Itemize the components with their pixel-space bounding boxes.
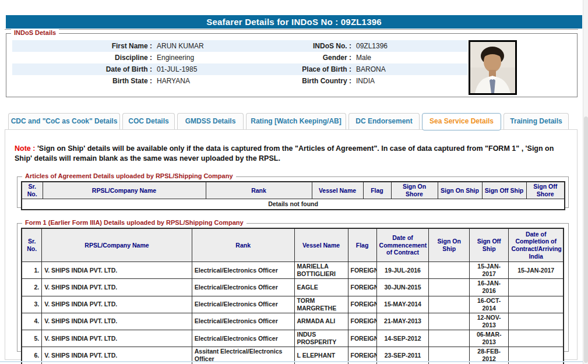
detail-row: Date of Birth : 01-JUL-1985 Place of Bir… bbox=[12, 63, 468, 75]
cell-sign-on-ship bbox=[429, 262, 469, 279]
cell-sr-no: 1. bbox=[22, 262, 42, 279]
note-prefix: Note : bbox=[15, 144, 35, 153]
cell-commencement: 15-MAY-2014 bbox=[376, 296, 429, 313]
cell-sign-off-ship: 12-NOV-2013 bbox=[469, 313, 508, 330]
articles-header-cell: Sign Off Ship bbox=[482, 182, 526, 199]
cell-completion bbox=[509, 279, 564, 296]
form1-header-cell: Rank bbox=[192, 228, 294, 262]
cell-commencement: 30-JUN-2015 bbox=[376, 279, 429, 296]
cell-sign-off-ship: 15-JAN-2017 bbox=[469, 262, 508, 279]
cell-sr-no: 3. bbox=[22, 296, 42, 313]
indos-no-label: INDoS No. : bbox=[253, 42, 351, 50]
cell-flag: FOREIGN bbox=[348, 279, 376, 296]
sign-on-ship-note: Note : 'Sign on Ship' details will be av… bbox=[15, 144, 565, 164]
tab-training-details[interactable]: Training Details bbox=[504, 113, 569, 129]
cell-company: V. SHIPS INDIA PVT. LTD. bbox=[42, 262, 192, 279]
articles-header-cell: Sign On Ship bbox=[438, 182, 482, 199]
indos-no-value: 09ZL1396 bbox=[356, 42, 468, 50]
place-of-birth-value: BARONA bbox=[356, 65, 468, 73]
detail-row: Discipline : Engineering Gender : Male bbox=[12, 52, 468, 63]
articles-header-cell: Sr. No. bbox=[22, 182, 43, 199]
cell-sign-off-ship: 16-JAN-2016 bbox=[469, 279, 508, 296]
tab-rating-watch-keeping-ab[interactable]: Rating [Watch Keeping/AB] bbox=[246, 113, 346, 129]
cell-completion: 15-JAN-2017 bbox=[509, 262, 564, 279]
cell-commencement: 14-SEP-2012 bbox=[376, 330, 429, 347]
form1-row: 3. V. SHIPS INDIA PVT. LTD. Electrical/E… bbox=[22, 296, 564, 313]
form1-header-cell: Sr. No. bbox=[22, 228, 42, 262]
birth-country-value: INDIA bbox=[356, 77, 468, 85]
cell-flag: FOREIGN bbox=[348, 330, 376, 347]
form1-row: 1. V. SHIPS INDIA PVT. LTD. Electrical/E… bbox=[22, 262, 564, 279]
cell-completion bbox=[509, 313, 564, 330]
tab-sea-service-details[interactable]: Sea Service Details bbox=[422, 113, 501, 130]
vertical-scrollbar[interactable] bbox=[583, 0, 588, 364]
cell-completion bbox=[509, 296, 564, 313]
cell-commencement: 19-JUL-2016 bbox=[376, 262, 429, 279]
tab-gmdss-details[interactable]: GMDSS Details bbox=[177, 113, 244, 129]
cell-rank: Electrical/Electronics Officer bbox=[192, 330, 294, 347]
form1-row: 4. V. SHIPS INDIA PVT. LTD. Electrical/E… bbox=[22, 313, 564, 330]
cell-flag: FOREIGN bbox=[348, 262, 376, 279]
page-title: Seafarer Details for INDoS No : 09ZL1396 bbox=[6, 15, 582, 29]
scrollbar-thumb[interactable] bbox=[584, 116, 588, 363]
cell-sign-on-ship bbox=[429, 313, 469, 330]
birth-state-label: Birth State : bbox=[12, 77, 152, 85]
cell-sign-on-ship bbox=[429, 330, 469, 347]
form1-legend: Form 1 (Earlier Form IIIA) Details uploa… bbox=[22, 219, 247, 226]
form1-section: Form 1 (Earlier Form IIIA) Details uploa… bbox=[17, 223, 569, 352]
cell-vessel: MARIELLA BOTTIGLIERI bbox=[294, 262, 348, 279]
cell-flag: FOREIGN bbox=[348, 313, 376, 330]
first-name-value: ARUN KUMAR bbox=[157, 42, 249, 50]
bottom-edge-strip bbox=[0, 361, 583, 362]
cell-sign-off-ship: 06-MAR-2013 bbox=[469, 330, 508, 347]
first-name-label: First Name : bbox=[12, 42, 152, 50]
cell-sign-on-ship bbox=[429, 296, 469, 313]
birth-country-label: Birth Country : bbox=[253, 77, 351, 85]
indos-details-grid: First Name : ARUN KUMAR INDoS No. : 09ZL… bbox=[12, 40, 468, 87]
articles-header-cell: RPSL/Company Name bbox=[43, 182, 206, 199]
detail-row: First Name : ARUN KUMAR INDoS No. : 09ZL… bbox=[12, 40, 468, 52]
articles-header-cell: Rank bbox=[206, 182, 312, 199]
form1-header-cell: Sign On Ship bbox=[429, 228, 469, 262]
cell-vessel: TORM MARGRETHE bbox=[294, 296, 348, 313]
cell-vessel: INDUS PROSPERITY bbox=[294, 330, 348, 347]
articles-header-cell: Sign On Shore bbox=[391, 182, 438, 199]
articles-empty-row: Details not found bbox=[22, 199, 565, 210]
cell-vessel: ARMADA ALI bbox=[294, 313, 348, 330]
discipline-label: Discipline : bbox=[12, 54, 152, 62]
cell-commencement: 21-MAY-2013 bbox=[376, 313, 429, 330]
articles-header-row: Sr. No. RPSL/Company Name Rank Vessel Na… bbox=[22, 182, 565, 199]
articles-header-cell: Sign Off Shore bbox=[526, 182, 565, 199]
form1-header-cell: Sign Off Ship bbox=[469, 228, 508, 262]
form1-header-cell: Vessel Name bbox=[294, 228, 348, 262]
discipline-value: Engineering bbox=[157, 54, 249, 62]
place-of-birth-label: Place of Birth : bbox=[253, 65, 351, 73]
cell-rank: Electrical/Electronics Officer bbox=[192, 313, 294, 330]
detail-row: Birth State : HARYANA Birth Country : IN… bbox=[12, 75, 468, 87]
tab-bar: CDC and "CoC as Cook" Details COC Detail… bbox=[8, 113, 571, 130]
cell-sign-on-ship bbox=[429, 279, 469, 296]
date-of-birth-value: 01-JUL-1985 bbox=[157, 65, 249, 73]
cell-flag: FOREIGN bbox=[348, 296, 376, 313]
articles-of-agreement-section: Articles of Agreement Details uploaded b… bbox=[17, 176, 569, 208]
cell-rank: Electrical/Electronics Officer bbox=[192, 262, 294, 279]
tab-dc-endorsement[interactable]: DC Endorsement bbox=[348, 113, 420, 129]
form1-table: Sr. No. RPSL/Company Name Rank Vessel Na… bbox=[21, 228, 564, 364]
articles-table: Sr. No. RPSL/Company Name Rank Vessel Na… bbox=[21, 181, 565, 210]
form1-header-row: Sr. No. RPSL/Company Name Rank Vessel Na… bbox=[22, 228, 564, 262]
cell-company: V. SHIPS INDIA PVT. LTD. bbox=[42, 296, 192, 313]
tab-cdc-coc-as-cook-details[interactable]: CDC and "CoC as Cook" Details bbox=[8, 113, 120, 129]
form1-header-cell: Flag bbox=[348, 228, 376, 262]
cell-sr-no: 2. bbox=[22, 279, 42, 296]
tab-coc-details[interactable]: COC Details bbox=[122, 113, 175, 129]
form1-row: 5. V. SHIPS INDIA PVT. LTD. Electrical/E… bbox=[22, 330, 564, 347]
form1-row: 2. V. SHIPS INDIA PVT. LTD. Electrical/E… bbox=[22, 279, 564, 296]
cell-sign-off-ship: 16-OCT-2014 bbox=[469, 296, 508, 313]
gender-label: Gender : bbox=[253, 54, 351, 62]
cell-rank: Electrical/Electronics Officer bbox=[192, 296, 294, 313]
cell-company: V. SHIPS INDIA PVT. LTD. bbox=[42, 330, 192, 347]
cell-rank: Electrical/Electronics Officer bbox=[192, 279, 294, 296]
form1-header-cell: Date of Commencement of Contract bbox=[376, 228, 429, 262]
cell-vessel: EAGLE bbox=[294, 279, 348, 296]
form1-header-cell: RPSL/Company Name bbox=[42, 228, 192, 262]
